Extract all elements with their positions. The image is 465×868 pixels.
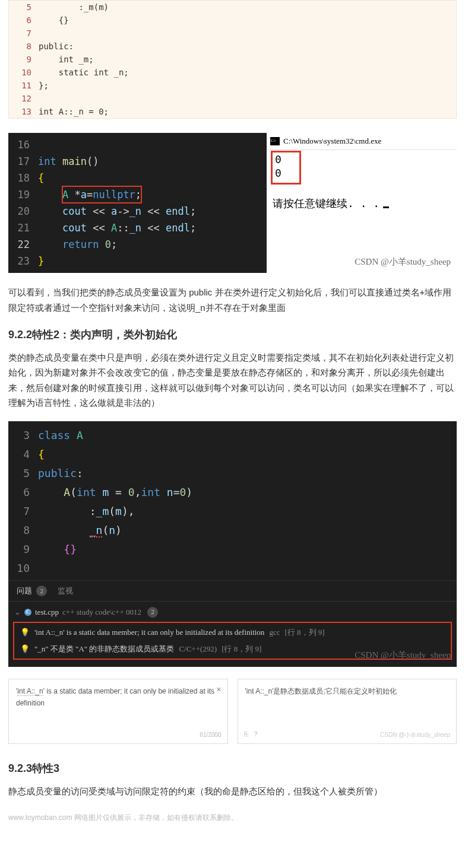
paragraph: 可以看到，当我们把类的静态成员变量设置为 public 并在类外进行定义初始化后… (8, 285, 457, 315)
copy-icon[interactable]: ⎘ (244, 729, 248, 740)
problem-file-row[interactable]: ⌄ C test.cpp c++ study code\c++ 0012 2 (8, 604, 457, 621)
help-icon[interactable]: ? (254, 729, 258, 740)
paragraph: 类的静态成员变量在类中只是声明，必须在类外进行定义且定义时需要指定类域，其不在初… (8, 350, 457, 411)
problem-source: C/C++(292) (179, 643, 217, 656)
watermark-text: CSDN @小羊study_sheep (355, 255, 451, 270)
close-icon[interactable]: × (216, 683, 221, 697)
paragraph: 静态成员变量的访问受类域与访问限定符的约束（我的命是静态区给的，但我这个人被类所… (8, 784, 457, 799)
problems-tabs: 问题 2 监视 (8, 580, 457, 602)
tooltip-card-translated: 'int A::_n'是静态数据成员;它只能在定义时初始化 ⎘ ? CSDN @… (238, 679, 457, 744)
cursor-icon (383, 206, 389, 208)
cmd-output-line: 0 (275, 152, 281, 166)
section-heading-922: 9.2.2特性2：类内声明，类外初始化 (8, 326, 457, 344)
cmd-output-line: 0 (275, 166, 281, 180)
problem-message: 'int A::_n' is a static data member; it … (34, 626, 264, 639)
cmd-icon (270, 137, 280, 145)
editor-screenshot-1: 1617int main()18{19 A *a=nullptr;20 cout… (8, 133, 457, 273)
problem-message: "_n" 不是类 "A" 的非静态数据成员或基类 (34, 643, 174, 656)
watermark-text: CSDN @小羊study_sheep (355, 648, 451, 663)
card-text-rest: ' is a static data member; it can only b… (16, 687, 214, 707)
problem-location: [行 8，列 9] (284, 626, 324, 639)
cmd-window: C:\Windows\system32\cmd.exe 0 0 请按任意键继续.… (267, 133, 457, 273)
footer-disclaimer: www.toymoban.com 网络图片仅供展示，非存储，如有侵权请联系删除。 (0, 809, 465, 826)
tab-problems[interactable]: 问题 2 (17, 584, 47, 597)
problems-count-badge: 2 (36, 586, 47, 596)
tooltip-card-source: × 'int A::_n' is a static data member; i… (8, 679, 228, 744)
problem-item[interactable]: 💡 'int A::_n' is a static data member; i… (17, 624, 448, 641)
file-problem-count-badge: 2 (147, 607, 158, 618)
cpp-file-icon: C (24, 609, 31, 616)
cmd-title-text: C:\Windows\system32\cmd.exe (283, 135, 381, 148)
code-block-light: 5 :_m(m)6 {}78public:9 int _m;10 static … (8, 0, 457, 119)
tooltip-cards-row: × 'int A::_n' is a static data member; i… (8, 679, 457, 744)
chevron-down-icon: ⌄ (14, 606, 21, 619)
card-text: 'int A::_n'是静态数据成员;它只能在定义时初始化 (245, 687, 397, 695)
section-heading-923: 9.2.3特性3 (8, 759, 457, 778)
lightbulb-icon: 💡 (20, 643, 30, 656)
problem-file-name: test.cpp (35, 606, 59, 619)
char-counter: 81/2000 (200, 730, 221, 740)
problem-location: [行 8，列 9] (222, 643, 261, 656)
lightbulb-icon: 💡 (20, 626, 30, 639)
cmd-prompt: 请按任意键继续. . . (273, 197, 379, 209)
editor-screenshot-2: 3class A4{5public:6 A(int m = 0,int n=0)… (8, 421, 457, 667)
tab-watch[interactable]: 监视 (58, 584, 73, 597)
card-text-underlined: int A::_n (17, 687, 43, 696)
problem-source: gcc (269, 626, 280, 639)
watermark-text: CSDN @小羊study_sheep (380, 730, 450, 740)
problem-file-path: c++ study code\c++ 0012 (62, 606, 141, 619)
cmd-output-highlight: 0 0 (273, 152, 299, 183)
